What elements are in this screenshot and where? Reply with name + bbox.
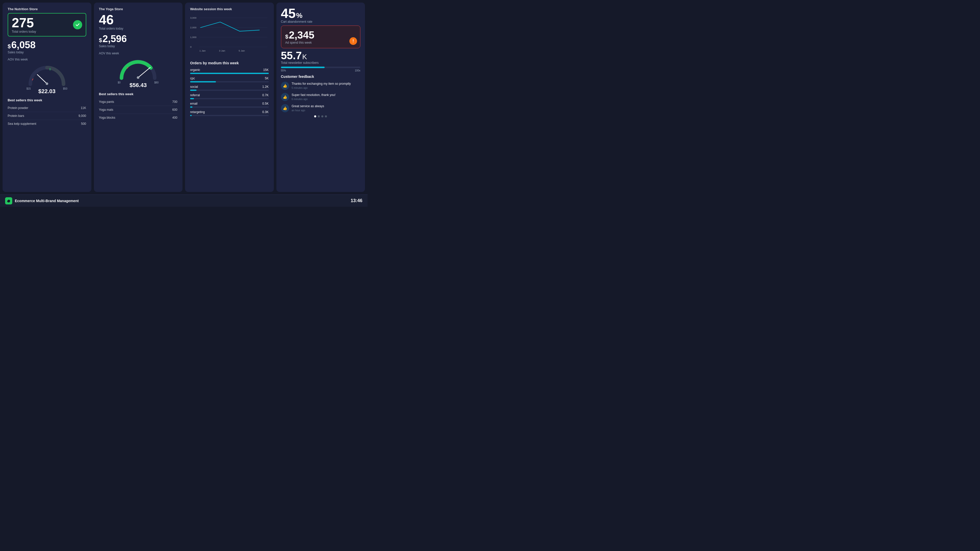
nutrition-sales-dollar: $ xyxy=(8,43,11,50)
medium-value: 0.7K xyxy=(262,93,269,97)
list-item: organic 15K xyxy=(190,68,269,74)
dot-active xyxy=(314,115,316,118)
medium-name: cpc xyxy=(190,76,195,80)
seller-name: Yoga mats xyxy=(99,108,113,111)
ad-spend-card: $ 2,345 Ad spend this week ! xyxy=(281,25,361,48)
logo-icon xyxy=(5,197,12,204)
medium-value: 1.2K xyxy=(262,85,269,89)
seller-count: 9,000 xyxy=(78,114,86,118)
yoga-sellers-list: Yoga pants 700 Yoga mats 600 Yoga blocks… xyxy=(99,98,178,121)
subscribers-label: Total newsletter subscribers xyxy=(281,61,361,65)
nutrition-orders-count: 275 xyxy=(12,16,36,29)
yoga-orders-count: 46 xyxy=(99,13,178,26)
cart-rate-pct: % xyxy=(296,12,302,19)
yoga-best-sellers-title: Best sellers this week xyxy=(99,92,178,96)
dot xyxy=(321,115,323,118)
yoga-gauge: $0 $80 $56.43 xyxy=(99,58,178,89)
seller-name: Sea kelp supplement xyxy=(8,122,36,126)
website-card: Website session this week 3,000 2,000 1,… xyxy=(185,3,274,192)
subscribers-section: 55.7 K Total newsletter subscribers 55% … xyxy=(281,50,361,72)
check-icon xyxy=(73,20,82,29)
table-row: Protein powder 11K xyxy=(8,104,86,112)
feedback-text: Super fast resolution, thank you! xyxy=(292,93,336,97)
nutrition-sellers-list: Protein powder 11K Protein bars 9,000 Se… xyxy=(8,104,86,127)
right-card: 45 % Cart abandonment rate $ 2,345 Ad sp… xyxy=(277,3,365,192)
orders-medium-list: organic 15K cpc 5K social 1.2K xyxy=(190,68,269,116)
medium-value: 15K xyxy=(263,68,269,72)
seller-count: 600 xyxy=(172,108,177,111)
list-item: referral 0.7K xyxy=(190,93,269,99)
nutrition-orders-label: Total orders today xyxy=(12,30,36,33)
subscribers-bar-bg xyxy=(281,67,361,68)
yoga-store-card: The Yoga Store 46 Total orders today $ 2… xyxy=(94,3,183,192)
subscribers-k: K xyxy=(302,53,307,61)
nutrition-best-sellers-title: Best sellers this week xyxy=(8,98,86,102)
svg-line-5 xyxy=(138,67,150,78)
cart-rate-label: Cart abandonment rate xyxy=(281,20,361,24)
website-chart: 3,000 2,000 1,000 0 1 Jan 3 Jan 5 Jan xyxy=(190,13,269,57)
thumbsup-icon: 👍 xyxy=(281,82,289,90)
medium-name: social xyxy=(190,85,198,89)
seller-count: 700 xyxy=(172,100,177,104)
thumbsup-icon: 👍 xyxy=(281,104,289,112)
feedback-text: Thanks for exchanging my item so promptl… xyxy=(292,82,351,86)
svg-text:0: 0 xyxy=(190,45,192,48)
svg-text:1 Jan: 1 Jan xyxy=(199,49,205,52)
list-item: retargeting 0.3K xyxy=(190,110,269,116)
feedback-item: 👍 Great service as always an hour ago xyxy=(281,104,361,112)
nutrition-sales-label: Sales today xyxy=(8,51,86,54)
seller-count: 500 xyxy=(81,122,86,126)
nutrition-aov-min: $15 xyxy=(27,87,31,90)
feedback-text: Great service as always xyxy=(292,104,324,108)
list-item: email 0.5K xyxy=(190,102,269,108)
yoga-sales-dollar: $ xyxy=(99,37,102,44)
medium-name: retargeting xyxy=(190,110,205,114)
carousel-dots xyxy=(281,115,361,118)
website-sessions-title: Website session this week xyxy=(190,7,269,11)
thumbsup-icon: 👍 xyxy=(281,93,289,101)
subscribers-value: 55.7 xyxy=(281,50,302,61)
yoga-sales-label: Sales today xyxy=(99,45,178,48)
svg-text:1,000: 1,000 xyxy=(190,36,197,38)
svg-point-6 xyxy=(137,76,139,79)
medium-value: 0.5K xyxy=(262,102,269,105)
medium-name: email xyxy=(190,102,197,105)
yoga-store-title: The Yoga Store xyxy=(99,7,178,11)
seller-name: Yoga pants xyxy=(99,100,115,104)
yoga-aov-max: $80 xyxy=(154,81,159,84)
ad-spend-dollar: $ xyxy=(285,33,288,40)
nutrition-aov-max: $50 xyxy=(63,87,67,90)
app-logo: Ecommerce Multi-Brand Management xyxy=(5,197,79,204)
ad-spend-value: 2,345 xyxy=(289,29,314,41)
app-name: Ecommerce Multi-Brand Management xyxy=(15,199,79,203)
seller-name: Protein powder xyxy=(8,106,28,110)
yoga-aov-min: $0 xyxy=(118,81,121,84)
yoga-aov-title: AOV this week xyxy=(99,51,178,55)
seller-name: Protein bars xyxy=(8,114,24,118)
feedback-time: 5 minutes ago xyxy=(292,86,351,89)
medium-name: referral xyxy=(190,93,200,97)
customer-feedback-section: Customer feedback 👍 Thanks for exchangin… xyxy=(281,75,361,118)
list-item: cpc 5K xyxy=(190,76,269,83)
seller-count: 11K xyxy=(81,106,86,110)
nutrition-aov-value: $22.03 xyxy=(38,88,56,95)
svg-line-2 xyxy=(37,75,47,84)
table-row: Protein bars 9,000 xyxy=(8,112,86,120)
sub-bar-max: 100x xyxy=(355,69,360,72)
nutrition-orders-box: 275 Total orders today xyxy=(8,13,86,37)
table-row: Yoga blocks 400 xyxy=(99,114,178,121)
feedback-item: 👍 Super fast resolution, thank you! 6 mi… xyxy=(281,93,361,101)
nutrition-store-card: The Nutrition Store 275 Total orders tod… xyxy=(3,3,91,192)
alert-icon: ! xyxy=(349,37,357,45)
cart-rate-value: 45 xyxy=(281,6,296,20)
orders-medium-title: Orders by medium this week xyxy=(190,61,269,65)
svg-text:5 Jan: 5 Jan xyxy=(239,49,245,52)
subscribers-bar xyxy=(281,67,325,68)
sub-bar-pct: 55% xyxy=(281,69,286,72)
table-row: Yoga pants 700 xyxy=(99,98,178,106)
medium-name: organic xyxy=(190,68,200,72)
nutrition-aov-title: AOV this week xyxy=(8,58,86,61)
feedback-title: Customer feedback xyxy=(281,75,361,79)
svg-text:3,000: 3,000 xyxy=(190,16,197,19)
medium-value: 0.3K xyxy=(262,110,269,114)
